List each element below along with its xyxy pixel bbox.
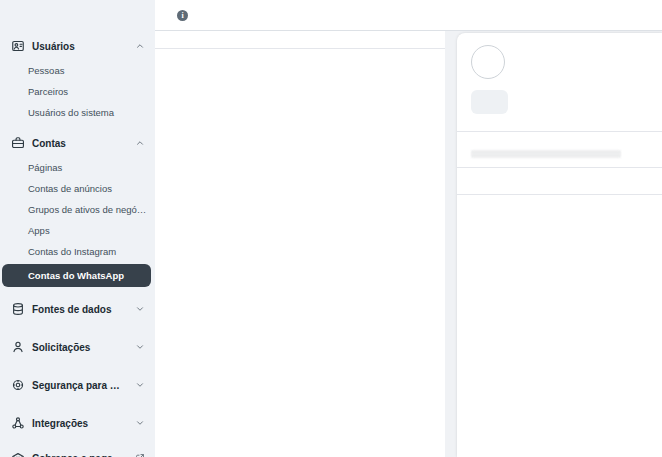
sidebar-subitem[interactable]: Contas do Instagram bbox=[0, 241, 155, 262]
sidebar-nav: UsuáriosPessoasParceirosUsuários do sist… bbox=[0, 0, 155, 457]
sidebar-subitem[interactable]: Apps bbox=[0, 220, 155, 241]
sidebar-group-label: Segurança para marca bbox=[32, 380, 128, 391]
sidebar-link-label: Cobrança e pagamentos bbox=[32, 453, 128, 457]
content-area bbox=[155, 31, 662, 457]
sidebar-group-0: UsuáriosPessoasParceirosUsuários do sist… bbox=[0, 32, 155, 123]
sidebar-group-header[interactable]: Fontes de dados bbox=[0, 293, 155, 325]
chevron-down-icon bbox=[135, 380, 145, 390]
users-icon bbox=[11, 39, 25, 53]
chevron-down-icon bbox=[135, 304, 145, 314]
sidebar-group-header[interactable]: Usuários bbox=[0, 32, 155, 60]
external-link-icon bbox=[633, 202, 643, 212]
briefcase-icon bbox=[11, 11, 25, 25]
sidebar-group-header[interactable]: Solicitações bbox=[0, 331, 155, 363]
sidebar-group-header[interactable]: Contas bbox=[0, 129, 155, 157]
external-link-icon bbox=[135, 453, 145, 457]
info-icon[interactable]: i bbox=[177, 10, 188, 21]
sidebar-group-label: Contas bbox=[32, 138, 128, 149]
integrations-icon bbox=[11, 416, 25, 430]
sidebar-group-3: Solicitações bbox=[0, 331, 155, 363]
assign-people-button[interactable] bbox=[471, 90, 508, 114]
chevron-down-icon bbox=[135, 342, 145, 352]
sidebar-group-label: Integrações bbox=[32, 418, 128, 429]
sidebar-link[interactable]: Cobrança e pagamentos bbox=[0, 445, 155, 457]
page-titlebar: i bbox=[155, 0, 662, 31]
sidebar-group-label: Solicitações bbox=[32, 342, 128, 353]
divider bbox=[457, 167, 662, 168]
detail-header bbox=[471, 41, 648, 81]
redacted-account-id bbox=[471, 150, 621, 158]
chevron-up-icon bbox=[135, 41, 145, 51]
sidebar-subitem[interactable]: Parceiros bbox=[0, 81, 155, 102]
person-add-icon bbox=[481, 96, 493, 108]
sidebar-group-5: Integrações bbox=[0, 407, 155, 439]
main-area: i bbox=[155, 0, 662, 457]
chevron-down-icon bbox=[135, 418, 145, 428]
sidebar-subitem[interactable]: Grupos de ativos de negócios bbox=[0, 199, 155, 220]
chevron-up-icon bbox=[135, 138, 145, 148]
sidebar-group-label: Usuários bbox=[32, 41, 128, 52]
sidebar-group-4: Segurança para marca bbox=[0, 369, 155, 401]
accounts-rows bbox=[155, 49, 445, 457]
sidebar-group-2: Fontes de dados bbox=[0, 293, 155, 325]
account-detail-panel bbox=[457, 33, 662, 457]
payment-row bbox=[471, 195, 648, 219]
requests-icon bbox=[11, 340, 25, 354]
detail-tabs bbox=[457, 124, 662, 132]
data-sources-icon bbox=[11, 302, 25, 316]
sidebar-group-header[interactable]: Segurança para marca bbox=[0, 369, 155, 401]
sidebar-group-header[interactable]: Integrações bbox=[0, 407, 155, 439]
sidebar-subitem[interactable]: Usuários do sistema bbox=[0, 102, 155, 123]
sidebar-subitem[interactable]: Páginas bbox=[0, 157, 155, 178]
payment-settings-button[interactable] bbox=[633, 202, 648, 212]
accounts-list-panel bbox=[155, 31, 445, 457]
list-column-header[interactable] bbox=[155, 31, 445, 49]
billing-icon bbox=[11, 451, 25, 457]
sidebar-subitem[interactable]: Pessoas bbox=[0, 60, 155, 81]
sidebar-item-portfolio-info[interactable] bbox=[0, 4, 155, 32]
sidebar-group-1: ContasPáginasContas de anúnciosGrupos de… bbox=[0, 129, 155, 287]
sidebar-group-label: Fontes de dados bbox=[32, 304, 128, 315]
sidebar-subitem[interactable]: Contas do WhatsApp bbox=[2, 264, 151, 287]
sidebar-subitem[interactable]: Contas de anúncios bbox=[0, 178, 155, 199]
panel-gutter bbox=[445, 31, 457, 457]
briefcase-icon bbox=[11, 136, 25, 150]
whatsapp-icon bbox=[471, 45, 505, 79]
brand-safety-icon bbox=[11, 378, 25, 392]
